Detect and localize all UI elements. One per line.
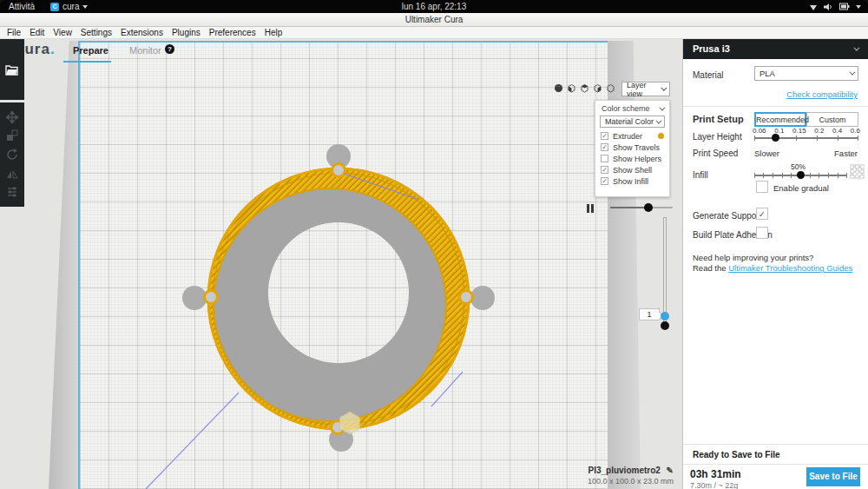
model-name: PI3_pluviometro2: [588, 466, 660, 475]
material-dropdown[interactable]: PLA: [754, 66, 858, 81]
show-infill-checkbox[interactable]: [601, 177, 608, 185]
simulation-handle[interactable]: [644, 203, 653, 212]
sliced-model[interactable]: [122, 139, 503, 489]
per-model-settings-icon[interactable]: [6, 186, 18, 198]
show-helpers-checkbox[interactable]: [601, 155, 608, 162]
extruder-color-swatch: [658, 133, 664, 139]
custom-mode-button[interactable]: Custom: [806, 112, 858, 127]
menu-extensions[interactable]: Extensions: [116, 28, 168, 37]
open-folder-icon: [5, 64, 19, 76]
system-tray[interactable]: [809, 3, 861, 11]
infill-slider[interactable]: [754, 175, 847, 176]
enable-gradual-label: Enable gradual: [773, 183, 829, 193]
print-speed-max: Faster: [834, 149, 858, 158]
tab-prepare[interactable]: Prepare: [73, 45, 108, 56]
build-plate-adhesion-checkbox[interactable]: [756, 227, 768, 239]
divider: [683, 464, 868, 465]
chevron-down-icon: [655, 117, 661, 123]
enable-gradual-checkbox[interactable]: [756, 181, 768, 193]
open-file-button[interactable]: [0, 39, 24, 100]
layer-slider-track[interactable]: [663, 217, 667, 323]
menu-settings[interactable]: Settings: [76, 28, 116, 37]
generate-support-checkbox[interactable]: [756, 208, 768, 220]
view-mode-value: Layer view: [627, 81, 661, 98]
layer-height-label: Layer Height: [693, 132, 742, 142]
scale-tool-icon[interactable]: [6, 129, 18, 142]
camera-front-view-icon[interactable]: [567, 83, 576, 93]
menu-edit[interactable]: Edit: [25, 28, 49, 37]
save-status: Ready to Save to File: [693, 450, 780, 459]
show-shell-checkbox[interactable]: [601, 166, 608, 174]
menu-preferences[interactable]: Preferences: [205, 28, 260, 37]
menu-view[interactable]: View: [49, 28, 76, 37]
window-title: Ultimaker Cura: [405, 15, 464, 24]
color-scheme-dropdown[interactable]: Material Color: [600, 116, 665, 128]
chevron-down-icon: [849, 69, 855, 76]
chevron-down-icon: [661, 85, 667, 91]
mirror-tool-icon[interactable]: [6, 168, 18, 180]
option-show-shell[interactable]: Show Shell: [595, 164, 669, 175]
layer-height-tick-labels: 0.06 0.1 0.15 0.2 0.4 0.6: [753, 127, 860, 135]
window-title-bar[interactable]: Ultimaker Cura: [0, 13, 868, 27]
pause-icon[interactable]: [591, 204, 594, 213]
model-dimensions: 100.0 x 100.0 x 23.0 mm: [588, 477, 674, 486]
menu-file[interactable]: File: [3, 28, 25, 37]
printer-selector[interactable]: Prusa i3: [683, 39, 868, 59]
gnome-top-bar: Attività C cura lun 16 apr, 22:13: [0, 0, 868, 13]
divider: [683, 106, 868, 107]
menu-help[interactable]: Help: [260, 28, 287, 37]
color-scheme-title: Color scheme: [602, 104, 650, 113]
view-mode-dropdown[interactable]: Layer view: [621, 82, 670, 96]
simulation-track[interactable]: [610, 207, 673, 208]
material-value: PLA: [760, 69, 775, 78]
troubleshooting-guides-link[interactable]: Ultimaker Troubleshooting Guides: [728, 263, 852, 273]
option-show-travels[interactable]: Show Travels: [595, 142, 669, 153]
material-label: Material: [693, 70, 724, 80]
monitor-help-icon[interactable]: ?: [165, 44, 174, 54]
battery-icon: [839, 3, 850, 10]
print-time-estimate: 03h 31min: [690, 468, 741, 480]
menu-plugins[interactable]: Plugins: [168, 28, 205, 37]
simulation-slider: [587, 201, 595, 216]
layer-slider-bottom-handle[interactable]: [661, 321, 669, 330]
edit-name-icon[interactable]: ✎: [667, 466, 674, 475]
infill-handle[interactable]: [797, 171, 805, 179]
recommended-mode-button[interactable]: Recommended: [754, 112, 806, 127]
show-travels-checkbox[interactable]: [601, 143, 608, 151]
print-speed-min: Slower: [754, 149, 779, 158]
save-to-file-button[interactable]: Save to File: [806, 467, 860, 486]
generate-support-label: Generate Support: [693, 211, 762, 221]
camera-right-view-icon[interactable]: [606, 83, 615, 93]
chevron-down-icon: [853, 45, 859, 51]
left-toolbar: [0, 39, 24, 207]
rotate-tool-icon[interactable]: [6, 149, 18, 161]
move-tool-icon[interactable]: [6, 111, 18, 123]
option-extruder[interactable]: Extruder: [595, 130, 669, 142]
extruder-checkbox[interactable]: [601, 132, 608, 140]
layer-height-handle[interactable]: [772, 134, 779, 142]
color-scheme-panel: Color scheme Material Color Extruder Sho…: [595, 100, 670, 197]
layer-height-slider[interactable]: [754, 137, 858, 139]
pause-icon[interactable]: [587, 204, 589, 213]
option-show-infill[interactable]: Show Infill: [595, 175, 669, 187]
menu-bar: File Edit View Settings Extensions Plugi…: [0, 27, 868, 39]
volume-icon: [824, 3, 833, 11]
camera-left-view-icon[interactable]: [593, 83, 602, 93]
camera-3d-view-icon[interactable]: [554, 83, 563, 93]
3d-viewport[interactable]: cura. Prepare Monitor ? Layer view Color…: [0, 39, 682, 489]
settings-panel: Prusa i3 Material PLA Check compatibilit…: [682, 39, 868, 489]
collapse-chevron-icon[interactable]: [659, 104, 665, 110]
layer-slider-handle[interactable]: [661, 312, 669, 320]
camera-top-view-icon[interactable]: [580, 83, 589, 93]
help-block: Need help improving your prints? Read th…: [693, 253, 852, 274]
print-speed-label: Print Speed: [693, 149, 738, 158]
model-info: PI3_pluviometro2 ✎ 100.0 x 100.0 x 23.0 …: [588, 466, 674, 486]
infill-pattern-icon: [850, 164, 865, 179]
current-layer-badge: 1: [639, 308, 660, 320]
clock[interactable]: lun 16 apr, 22:13: [0, 2, 868, 11]
check-compatibility-link[interactable]: Check compatibility: [786, 89, 858, 99]
network-icon: [809, 3, 818, 11]
active-tab-underline: [63, 61, 111, 63]
tab-monitor[interactable]: Monitor: [129, 45, 161, 56]
option-show-helpers[interactable]: Show Helpers: [595, 153, 669, 164]
